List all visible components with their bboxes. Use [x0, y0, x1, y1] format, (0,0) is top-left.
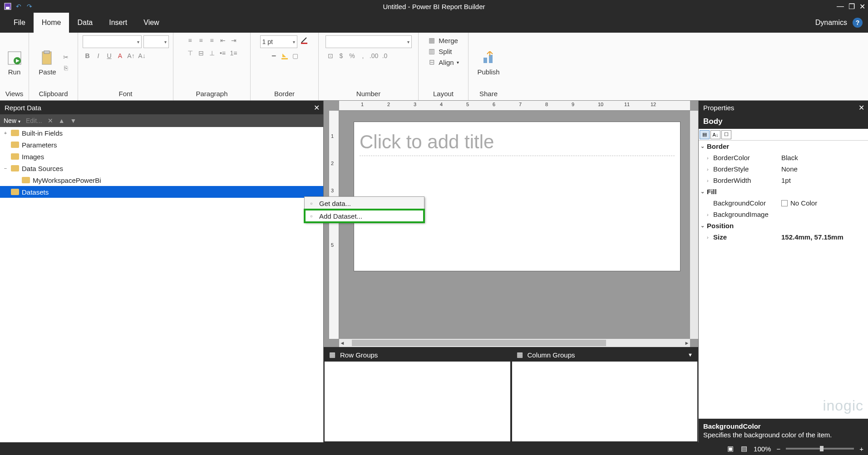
save-icon[interactable]	[4, 2, 12, 10]
border-color-icon[interactable]	[299, 35, 309, 45]
svg-rect-8	[281, 58, 288, 59]
currency-icon[interactable]: ⊡	[326, 51, 335, 61]
align-middle-icon[interactable]: ⊟	[196, 48, 206, 58]
context-menu-item[interactable]: ▫Add Dataset...	[305, 210, 424, 222]
tab-file[interactable]: File	[5, 13, 34, 33]
design-view-icon[interactable]: ▣	[726, 445, 735, 453]
property-grid[interactable]: ⌄Border›BorderColorBlack›BorderStyleNone…	[699, 141, 868, 419]
publish-button[interactable]: Publish	[474, 48, 502, 78]
align-left-icon[interactable]: ≡	[185, 35, 195, 45]
bold-icon[interactable]: B	[83, 51, 93, 61]
comma-icon[interactable]: ,	[358, 51, 368, 61]
group-share-label: Share	[479, 90, 498, 98]
alphabetical-icon[interactable]: A↓	[710, 130, 720, 139]
move-down-icon[interactable]: ▼	[70, 117, 77, 124]
dollar-icon[interactable]: $	[336, 51, 346, 61]
design-surface[interactable]: 123456789101112 1 2 3 4 5 Click to add t…	[324, 101, 698, 347]
context-menu-item[interactable]: ▫Get data...	[305, 197, 424, 210]
tree-item[interactable]: +Built-in Fields	[0, 127, 323, 139]
categorized-icon[interactable]: ▤	[700, 130, 710, 139]
row-groups-body[interactable]	[325, 362, 510, 441]
publish-label: Publish	[477, 68, 499, 76]
svg-rect-1	[6, 7, 10, 9]
redo-icon[interactable]: ↷	[25, 2, 34, 10]
align-bottom-icon[interactable]: ⊥	[207, 48, 217, 58]
font-color-icon[interactable]: A	[115, 51, 125, 61]
new-button[interactable]: New ▾	[4, 117, 20, 124]
increase-indent-icon[interactable]: ⇥	[229, 35, 239, 45]
close-window-icon[interactable]: ✕	[859, 2, 865, 11]
edit-button[interactable]: Edit...	[26, 117, 42, 124]
shrink-font-icon[interactable]: A↓	[137, 51, 147, 61]
fill-color-icon[interactable]	[280, 51, 290, 61]
title-placeholder[interactable]: Click to add title	[360, 128, 675, 156]
chevron-down-icon[interactable]: ▼	[688, 352, 693, 357]
merge-button[interactable]: ▦Merge	[426, 35, 460, 45]
paste-button[interactable]: Paste	[36, 48, 59, 78]
grow-font-icon[interactable]: A↑	[126, 51, 136, 61]
tree-item[interactable]: −Data Sources	[0, 162, 323, 174]
italic-icon[interactable]: I	[94, 51, 104, 61]
tab-home[interactable]: Home	[34, 13, 69, 33]
minimize-icon[interactable]: —	[837, 2, 844, 11]
property-category[interactable]: ⌄Position	[699, 220, 868, 231]
tree-item[interactable]: Images	[0, 151, 323, 162]
delete-icon[interactable]: ✕	[48, 117, 53, 124]
underline-icon[interactable]: U	[104, 51, 114, 61]
help-icon[interactable]: ?	[853, 18, 863, 28]
percent-icon[interactable]: %	[347, 51, 357, 61]
property-row[interactable]: ›Size152.4mm, 57.15mm	[699, 231, 868, 243]
horizontal-scrollbar[interactable]: ◄►	[339, 339, 690, 347]
borders-icon[interactable]: ▢	[291, 51, 301, 61]
tree-item[interactable]: Parameters	[0, 139, 323, 151]
align-right-icon[interactable]: ≡	[207, 35, 217, 45]
run-button[interactable]: Run	[4, 48, 25, 78]
close-icon[interactable]: ✕	[314, 103, 320, 112]
preview-icon[interactable]: ▤	[740, 445, 748, 453]
border-width-combo[interactable]: 1 pt▾	[260, 35, 297, 48]
align-button[interactable]: ⊟Align ▾	[426, 57, 460, 67]
column-groups-body[interactable]	[512, 362, 698, 441]
maximize-icon[interactable]: ❐	[848, 2, 855, 11]
decrease-decimal-icon[interactable]: .0	[380, 51, 390, 61]
increase-decimal-icon[interactable]: .00	[369, 51, 379, 61]
property-pages-icon[interactable]: ☐	[721, 130, 731, 139]
align-center-icon[interactable]: ≡	[196, 35, 206, 45]
zoom-slider[interactable]	[786, 448, 854, 450]
font-size-combo[interactable]: ▾	[143, 35, 169, 48]
tab-view[interactable]: View	[135, 13, 167, 33]
group-paragraph-label: Paragraph	[196, 90, 227, 98]
align-top-icon[interactable]: ⊤	[185, 48, 195, 58]
split-button[interactable]: ▥Split	[426, 46, 454, 56]
column-groups-label: Column Groups	[528, 351, 575, 359]
font-family-combo[interactable]: ▾	[83, 35, 142, 48]
copy-icon[interactable]: ⎘	[61, 63, 71, 73]
border-style-icon[interactable]: ━	[269, 51, 279, 61]
undo-icon[interactable]: ↶	[15, 2, 23, 10]
tab-data[interactable]: Data	[69, 13, 101, 33]
zoom-out-icon[interactable]: −	[776, 445, 780, 453]
property-category[interactable]: ⌄Border	[699, 141, 868, 152]
vertical-scrollbar[interactable]	[690, 111, 698, 339]
cut-icon[interactable]: ✂	[61, 52, 71, 62]
close-icon[interactable]: ✕	[858, 103, 864, 112]
property-description: BackgroundColor Specifies the background…	[699, 419, 868, 442]
decrease-indent-icon[interactable]: ⇤	[218, 35, 228, 45]
numbering-icon[interactable]: 1≡	[229, 48, 239, 58]
group-font-label: Font	[118, 90, 132, 98]
property-row[interactable]: BackgroundColorNo Color	[699, 197, 868, 209]
tab-insert[interactable]: Insert	[101, 13, 135, 33]
zoom-in-icon[interactable]: +	[859, 445, 863, 453]
svg-rect-6	[44, 51, 49, 54]
property-row[interactable]: ›BorderStyleNone	[699, 163, 868, 175]
tree-item[interactable]: MyWorkspacePowerBi	[0, 174, 323, 186]
dynamics-link[interactable]: Dynamics	[815, 19, 847, 27]
move-up-icon[interactable]: ▲	[59, 117, 65, 124]
property-row[interactable]: ›BorderColorBlack	[699, 152, 868, 163]
property-row[interactable]: ›BorderWidth1pt	[699, 175, 868, 186]
bullets-icon[interactable]: •≡	[218, 48, 228, 58]
tree-item[interactable]: Datasets	[0, 186, 323, 198]
property-category[interactable]: ⌄Fill	[699, 186, 868, 197]
number-format-combo[interactable]: ▾	[326, 35, 412, 48]
property-row[interactable]: ›BackgroundImage	[699, 209, 868, 220]
